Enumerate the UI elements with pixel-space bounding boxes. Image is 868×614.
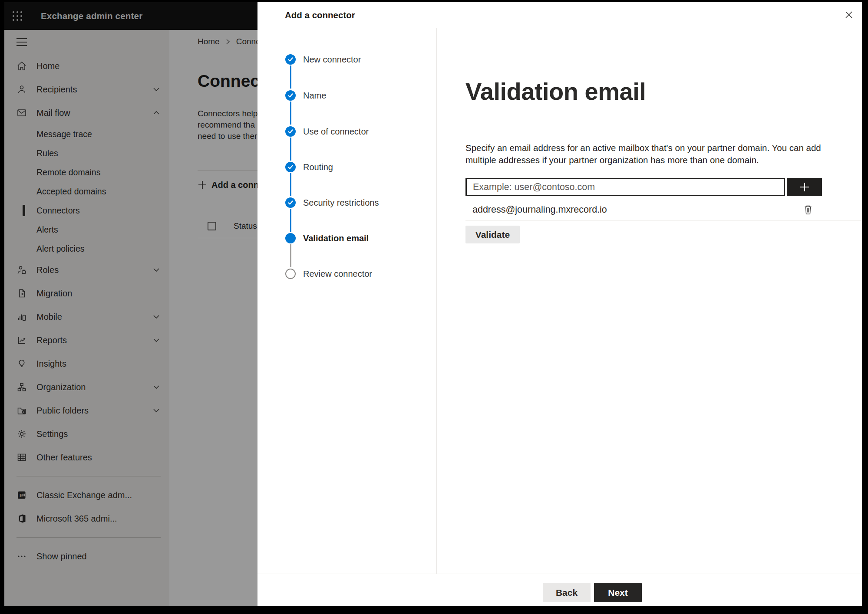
step-upcoming-icon	[285, 269, 296, 279]
step-completed-icon	[285, 197, 296, 208]
wizard-step-routing: Routing	[257, 160, 333, 174]
screen: Exchange admin center Home Recipients	[4, 2, 862, 606]
delete-address-button[interactable]	[799, 201, 817, 218]
step-completed-icon	[285, 54, 296, 65]
dialog-title: Add a connector	[285, 10, 355, 20]
step-completed-icon	[285, 162, 296, 172]
step-completed-icon	[285, 90, 296, 101]
dialog-header: Add a connector	[257, 2, 862, 28]
step-connector-line	[290, 173, 291, 196]
step-connector-line	[290, 102, 291, 125]
wizard-step-use-of-connector: Use of connector	[257, 125, 369, 138]
trash-icon	[803, 204, 813, 215]
add-address-button[interactable]	[787, 178, 822, 196]
step-description: Specify an email address for an active m…	[465, 142, 821, 166]
next-button[interactable]: Next	[594, 583, 642, 602]
wizard-step-name: Name	[257, 89, 326, 102]
step-connector-line	[290, 138, 291, 161]
close-button[interactable]	[839, 5, 858, 24]
plus-icon	[799, 181, 810, 193]
email-address-input[interactable]	[465, 178, 785, 196]
step-connector-line	[290, 209, 291, 232]
wizard-step-security-restrictions: Security restrictions	[257, 196, 379, 210]
dialog-footer: Back Next	[257, 574, 862, 606]
step-connector-line	[290, 244, 291, 267]
step-connector-line	[290, 66, 291, 89]
address-list-item: address@journaling.mxrecord.io	[465, 202, 823, 217]
validate-button[interactable]: Validate	[465, 226, 520, 243]
wizard-step-review-connector: Review connector	[257, 267, 372, 281]
wizard-step-new-connector: New connector	[257, 53, 361, 66]
add-connector-dialog: Add a connector New connector	[257, 2, 862, 606]
divider	[465, 220, 862, 221]
wizard-step-validation-email: Validation email	[257, 231, 369, 245]
step-current-icon	[285, 233, 296, 243]
close-icon	[844, 10, 854, 20]
validation-email-content: Validation email Specify an email addres…	[437, 28, 862, 574]
step-completed-icon	[285, 126, 296, 137]
step-heading: Validation email	[465, 77, 646, 105]
back-button[interactable]: Back	[543, 583, 591, 602]
wizard-steps-panel: New connector Name Use of connector Rout…	[257, 28, 437, 574]
address-email: address@journaling.mxrecord.io	[472, 204, 607, 215]
